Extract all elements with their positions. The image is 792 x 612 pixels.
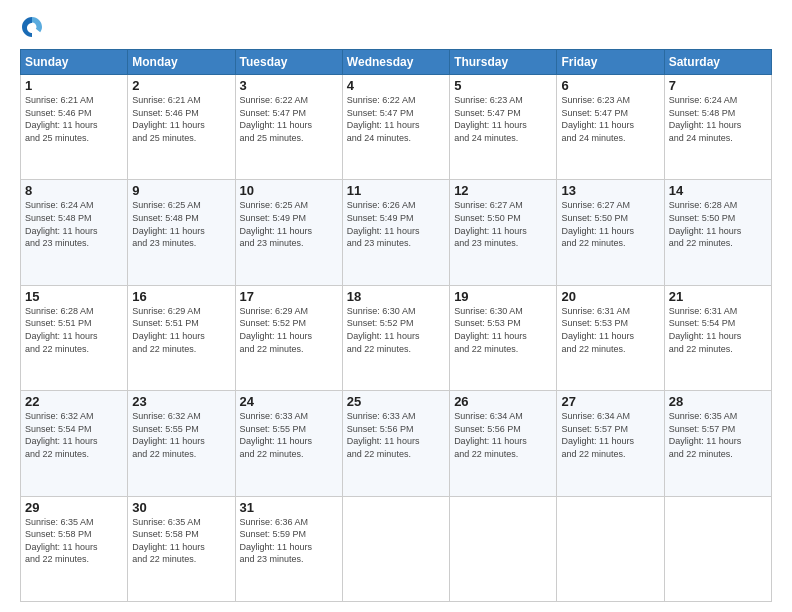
day-number: 10 — [240, 183, 338, 198]
day-info: Sunrise: 6:26 AMSunset: 5:49 PMDaylight:… — [347, 199, 445, 249]
week-row-4: 22 Sunrise: 6:32 AMSunset: 5:54 PMDaylig… — [21, 391, 772, 496]
day-info: Sunrise: 6:25 AMSunset: 5:48 PMDaylight:… — [132, 199, 230, 249]
calendar-cell: 16 Sunrise: 6:29 AMSunset: 5:51 PMDaylig… — [128, 285, 235, 390]
week-row-5: 29 Sunrise: 6:35 AMSunset: 5:58 PMDaylig… — [21, 496, 772, 601]
calendar-cell: 30 Sunrise: 6:35 AMSunset: 5:58 PMDaylig… — [128, 496, 235, 601]
day-number: 16 — [132, 289, 230, 304]
day-number: 21 — [669, 289, 767, 304]
weekday-thursday: Thursday — [450, 50, 557, 75]
day-number: 9 — [132, 183, 230, 198]
calendar-cell: 9 Sunrise: 6:25 AMSunset: 5:48 PMDayligh… — [128, 180, 235, 285]
day-info: Sunrise: 6:31 AMSunset: 5:54 PMDaylight:… — [669, 305, 767, 355]
day-number: 20 — [561, 289, 659, 304]
day-info: Sunrise: 6:33 AMSunset: 5:55 PMDaylight:… — [240, 410, 338, 460]
page: SundayMondayTuesdayWednesdayThursdayFrid… — [0, 0, 792, 612]
calendar-cell: 28 Sunrise: 6:35 AMSunset: 5:57 PMDaylig… — [664, 391, 771, 496]
day-number: 17 — [240, 289, 338, 304]
day-info: Sunrise: 6:35 AMSunset: 5:58 PMDaylight:… — [132, 516, 230, 566]
day-number: 8 — [25, 183, 123, 198]
day-info: Sunrise: 6:21 AMSunset: 5:46 PMDaylight:… — [25, 94, 123, 144]
day-info: Sunrise: 6:32 AMSunset: 5:55 PMDaylight:… — [132, 410, 230, 460]
week-row-2: 8 Sunrise: 6:24 AMSunset: 5:48 PMDayligh… — [21, 180, 772, 285]
calendar-cell — [342, 496, 449, 601]
day-info: Sunrise: 6:32 AMSunset: 5:54 PMDaylight:… — [25, 410, 123, 460]
calendar-cell: 25 Sunrise: 6:33 AMSunset: 5:56 PMDaylig… — [342, 391, 449, 496]
calendar-cell: 18 Sunrise: 6:30 AMSunset: 5:52 PMDaylig… — [342, 285, 449, 390]
calendar-cell — [557, 496, 664, 601]
calendar-cell: 11 Sunrise: 6:26 AMSunset: 5:49 PMDaylig… — [342, 180, 449, 285]
day-number: 19 — [454, 289, 552, 304]
day-number: 18 — [347, 289, 445, 304]
day-number: 31 — [240, 500, 338, 515]
day-number: 13 — [561, 183, 659, 198]
day-number: 7 — [669, 78, 767, 93]
day-number: 22 — [25, 394, 123, 409]
calendar-cell: 8 Sunrise: 6:24 AMSunset: 5:48 PMDayligh… — [21, 180, 128, 285]
weekday-tuesday: Tuesday — [235, 50, 342, 75]
calendar-cell: 17 Sunrise: 6:29 AMSunset: 5:52 PMDaylig… — [235, 285, 342, 390]
day-number: 25 — [347, 394, 445, 409]
day-number: 1 — [25, 78, 123, 93]
calendar-cell: 2 Sunrise: 6:21 AMSunset: 5:46 PMDayligh… — [128, 75, 235, 180]
day-info: Sunrise: 6:24 AMSunset: 5:48 PMDaylight:… — [25, 199, 123, 249]
day-number: 11 — [347, 183, 445, 198]
calendar-cell: 3 Sunrise: 6:22 AMSunset: 5:47 PMDayligh… — [235, 75, 342, 180]
calendar-cell: 5 Sunrise: 6:23 AMSunset: 5:47 PMDayligh… — [450, 75, 557, 180]
calendar-cell: 22 Sunrise: 6:32 AMSunset: 5:54 PMDaylig… — [21, 391, 128, 496]
day-info: Sunrise: 6:29 AMSunset: 5:51 PMDaylight:… — [132, 305, 230, 355]
calendar-cell: 12 Sunrise: 6:27 AMSunset: 5:50 PMDaylig… — [450, 180, 557, 285]
calendar-cell: 27 Sunrise: 6:34 AMSunset: 5:57 PMDaylig… — [557, 391, 664, 496]
weekday-friday: Friday — [557, 50, 664, 75]
day-number: 4 — [347, 78, 445, 93]
day-info: Sunrise: 6:27 AMSunset: 5:50 PMDaylight:… — [561, 199, 659, 249]
calendar-cell: 6 Sunrise: 6:23 AMSunset: 5:47 PMDayligh… — [557, 75, 664, 180]
day-info: Sunrise: 6:22 AMSunset: 5:47 PMDaylight:… — [347, 94, 445, 144]
day-number: 14 — [669, 183, 767, 198]
header — [20, 15, 772, 39]
calendar-cell — [664, 496, 771, 601]
day-number: 24 — [240, 394, 338, 409]
calendar-cell: 7 Sunrise: 6:24 AMSunset: 5:48 PMDayligh… — [664, 75, 771, 180]
day-number: 15 — [25, 289, 123, 304]
calendar-cell — [450, 496, 557, 601]
calendar-cell: 26 Sunrise: 6:34 AMSunset: 5:56 PMDaylig… — [450, 391, 557, 496]
calendar-cell: 13 Sunrise: 6:27 AMSunset: 5:50 PMDaylig… — [557, 180, 664, 285]
day-info: Sunrise: 6:30 AMSunset: 5:53 PMDaylight:… — [454, 305, 552, 355]
day-number: 30 — [132, 500, 230, 515]
day-info: Sunrise: 6:27 AMSunset: 5:50 PMDaylight:… — [454, 199, 552, 249]
day-number: 12 — [454, 183, 552, 198]
day-info: Sunrise: 6:23 AMSunset: 5:47 PMDaylight:… — [561, 94, 659, 144]
day-number: 3 — [240, 78, 338, 93]
day-info: Sunrise: 6:23 AMSunset: 5:47 PMDaylight:… — [454, 94, 552, 144]
day-number: 2 — [132, 78, 230, 93]
weekday-wednesday: Wednesday — [342, 50, 449, 75]
calendar-cell: 10 Sunrise: 6:25 AMSunset: 5:49 PMDaylig… — [235, 180, 342, 285]
calendar-cell: 23 Sunrise: 6:32 AMSunset: 5:55 PMDaylig… — [128, 391, 235, 496]
day-info: Sunrise: 6:36 AMSunset: 5:59 PMDaylight:… — [240, 516, 338, 566]
weekday-monday: Monday — [128, 50, 235, 75]
calendar-cell: 24 Sunrise: 6:33 AMSunset: 5:55 PMDaylig… — [235, 391, 342, 496]
day-number: 28 — [669, 394, 767, 409]
day-info: Sunrise: 6:34 AMSunset: 5:57 PMDaylight:… — [561, 410, 659, 460]
day-info: Sunrise: 6:33 AMSunset: 5:56 PMDaylight:… — [347, 410, 445, 460]
day-number: 5 — [454, 78, 552, 93]
week-row-3: 15 Sunrise: 6:28 AMSunset: 5:51 PMDaylig… — [21, 285, 772, 390]
calendar-cell: 4 Sunrise: 6:22 AMSunset: 5:47 PMDayligh… — [342, 75, 449, 180]
day-number: 27 — [561, 394, 659, 409]
day-info: Sunrise: 6:28 AMSunset: 5:51 PMDaylight:… — [25, 305, 123, 355]
day-info: Sunrise: 6:21 AMSunset: 5:46 PMDaylight:… — [132, 94, 230, 144]
day-info: Sunrise: 6:28 AMSunset: 5:50 PMDaylight:… — [669, 199, 767, 249]
calendar-cell: 21 Sunrise: 6:31 AMSunset: 5:54 PMDaylig… — [664, 285, 771, 390]
day-number: 23 — [132, 394, 230, 409]
day-number: 6 — [561, 78, 659, 93]
weekday-saturday: Saturday — [664, 50, 771, 75]
day-info: Sunrise: 6:30 AMSunset: 5:52 PMDaylight:… — [347, 305, 445, 355]
day-info: Sunrise: 6:35 AMSunset: 5:58 PMDaylight:… — [25, 516, 123, 566]
day-info: Sunrise: 6:22 AMSunset: 5:47 PMDaylight:… — [240, 94, 338, 144]
weekday-sunday: Sunday — [21, 50, 128, 75]
day-info: Sunrise: 6:34 AMSunset: 5:56 PMDaylight:… — [454, 410, 552, 460]
day-info: Sunrise: 6:24 AMSunset: 5:48 PMDaylight:… — [669, 94, 767, 144]
day-info: Sunrise: 6:35 AMSunset: 5:57 PMDaylight:… — [669, 410, 767, 460]
calendar-table: SundayMondayTuesdayWednesdayThursdayFrid… — [20, 49, 772, 602]
day-number: 29 — [25, 500, 123, 515]
